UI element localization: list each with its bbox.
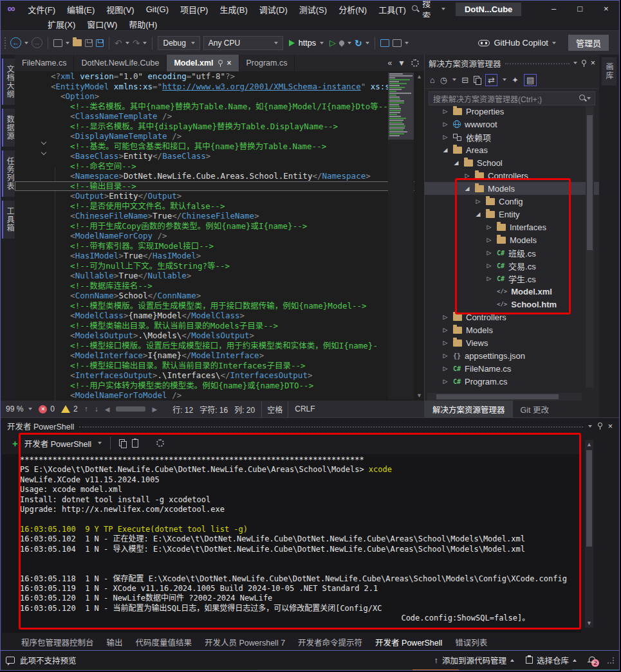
copy-icon[interactable] xyxy=(119,439,125,447)
collapsed-arrow-icon[interactable]: ▷ xyxy=(463,172,471,179)
close-button[interactable]: × xyxy=(593,1,619,17)
chevron-down-icon[interactable] xyxy=(125,42,129,44)
select-repository-button[interactable]: 选择仓库 xyxy=(526,654,577,666)
panel-menu-icon[interactable] xyxy=(588,425,592,428)
code-line[interactable]: <BaseClass>Entity</BaseClass> xyxy=(15,151,424,161)
menu-item[interactable]: 分析(N) xyxy=(333,3,373,15)
code-line[interactable]: <Output>Entity</Output> xyxy=(15,191,424,201)
collapsed-arrow-icon[interactable]: ▷ xyxy=(485,250,493,256)
resize-grip[interactable] xyxy=(607,657,614,664)
platform-dropdown[interactable]: Any CPU xyxy=(203,36,283,50)
code-line[interactable]: <!--类名模板。其中{name}替换为Table.Name，如{name}Mo… xyxy=(15,102,424,112)
eol-indicator[interactable]: CRLF xyxy=(295,404,315,413)
editor-vertical-scrollbar[interactable]: ▲ ▼ xyxy=(414,71,424,401)
menu-item[interactable]: 窗口(W) xyxy=(81,18,123,30)
tree-item[interactable]: ▷Config xyxy=(425,195,599,208)
browser-link-icon[interactable] xyxy=(393,39,402,47)
tree-item[interactable]: ◢Entity xyxy=(425,208,599,221)
code-line[interactable]: <!--模型类模版。设置后生成模型类，用于接口数据传输，例如{name}Mode… xyxy=(15,301,424,311)
spaces-indicator[interactable]: 空格 xyxy=(261,401,288,417)
code-line[interactable]: <!--是否使用中文文件名。默认false--> xyxy=(15,201,424,212)
warning-count[interactable]: 2 xyxy=(61,404,78,413)
tree-vertical-scrollbar[interactable] xyxy=(586,106,594,388)
tree-item[interactable]: ▷{}appsettings.json xyxy=(425,349,599,362)
code-line[interactable]: <ModelsOutput>.\Models\</ModelsOutput> xyxy=(15,331,424,341)
collapsed-arrow-icon[interactable]: ▷ xyxy=(441,365,449,372)
navigate-back-icon[interactable]: ← xyxy=(10,37,21,48)
bottom-panel-tab[interactable]: 开发者 PowerShell xyxy=(370,636,447,648)
panel-menu-icon[interactable] xyxy=(573,62,577,64)
document-tab[interactable]: Model.xml× xyxy=(167,55,239,71)
menu-item[interactable]: 视图(V) xyxy=(100,3,140,15)
scroll-tabs-icon[interactable]: « xyxy=(387,59,392,68)
copy-path-icon[interactable] xyxy=(474,76,480,84)
tree-item[interactable]: ▷Views xyxy=(425,336,599,349)
github-copilot-button[interactable]: GitHub Copilot xyxy=(478,38,556,48)
tree-item[interactable]: ◢Models xyxy=(425,182,599,195)
close-icon[interactable]: × xyxy=(227,59,232,68)
terminal-output[interactable]: ****************************************… xyxy=(2,454,581,633)
code-editor[interactable]: <?xml version="1.0" encoding="utf-8"?><E… xyxy=(15,71,424,401)
zoom-dropdown[interactable]: 99 % xyxy=(6,404,32,413)
scroll-down-icon[interactable]: ▼ xyxy=(416,392,422,399)
close-icon[interactable]: × xyxy=(608,422,613,431)
menu-item[interactable]: 帮助(H) xyxy=(123,18,163,30)
code-line[interactable]: <?xml version="1.0" encoding="utf-8"?> xyxy=(15,71,424,82)
code-line[interactable]: <!--显示名模板。其中{displayName}替换为Table.Displa… xyxy=(15,122,424,132)
bottom-panel-tab[interactable]: 开发人员 Powershell 7 xyxy=(199,636,290,648)
tree-item[interactable]: ▷Controllers xyxy=(425,311,599,323)
menu-item[interactable]: 编辑(E) xyxy=(61,3,100,15)
menu-item[interactable]: 工具(T) xyxy=(373,3,412,15)
code-line[interactable]: <ModelNameForToModel /> xyxy=(15,390,424,401)
paste-icon[interactable] xyxy=(132,439,138,448)
code-line[interactable]: <!--可为null上下文。生成String?等--> xyxy=(15,261,424,271)
code-line[interactable]: <HasIModel>True</HasIModel> xyxy=(15,251,424,261)
tree-item[interactable]: ▷Interfaces xyxy=(425,221,599,233)
code-line[interactable]: <ModelNameForCopy /> xyxy=(15,231,424,241)
chevron-down-icon[interactable] xyxy=(348,42,351,44)
open-folder-icon[interactable] xyxy=(73,39,82,46)
terminal-vertical-scrollbar[interactable]: ▲ ▼ xyxy=(585,440,593,628)
tree-item[interactable]: </>School.htm xyxy=(425,298,599,311)
scrollbar-thumb[interactable] xyxy=(436,394,559,399)
menu-item[interactable]: 生成(B) xyxy=(214,3,253,15)
scroll-down-icon[interactable]: ▼ xyxy=(586,620,592,626)
show-all-files-icon[interactable]: ▤ xyxy=(524,74,537,86)
code-line[interactable]: <InterfacesOutput>.\Interfaces\</Interfa… xyxy=(15,370,424,381)
code-line[interactable]: <!--输出目录--> xyxy=(15,181,424,192)
chevron-down-icon[interactable] xyxy=(98,442,102,444)
bottom-panel-tab[interactable]: 错误列表 xyxy=(450,636,492,648)
code-line[interactable]: <!--模型接口输出目录。默认当前目录的Interfaces子目录--> xyxy=(15,361,424,371)
tree-item[interactable]: ▷C#FileName.cs xyxy=(425,362,599,375)
collapsed-arrow-icon[interactable]: ▷ xyxy=(474,198,482,204)
chevron-down-icon[interactable] xyxy=(143,42,147,44)
code-line[interactable]: <!--基类。可能包含基类和接口，其中{name}替换为Table.Name--… xyxy=(15,141,424,152)
tree-item[interactable]: ▷C#班级.cs xyxy=(425,246,599,259)
code-line[interactable]: <!--数据库连接名--> xyxy=(15,281,424,291)
save-icon[interactable] xyxy=(85,39,93,47)
scrollbar-thumb[interactable] xyxy=(586,450,592,547)
collapsed-arrow-icon[interactable]: ▷ xyxy=(441,314,449,320)
menu-item[interactable]: 测试(S) xyxy=(293,3,333,15)
collapsed-arrow-icon[interactable]: ▷ xyxy=(441,327,449,333)
notifications-bell-icon[interactable]: 2 xyxy=(588,657,596,664)
restart-icon[interactable]: ↻ xyxy=(355,38,362,48)
document-tab[interactable]: DotNet.NewLife.Cube xyxy=(74,55,167,71)
gallery-tool-tab[interactable]: 画库 xyxy=(602,57,616,86)
tree-item[interactable]: ▷Properties xyxy=(425,105,599,118)
tree-item[interactable]: ▷Models xyxy=(425,233,599,246)
minimap[interactable] xyxy=(388,73,414,399)
expanded-arrow-icon[interactable]: ◢ xyxy=(474,211,482,217)
switch-views-icon[interactable]: ⌂ xyxy=(430,75,435,85)
tree-item[interactable]: ▷C#学生.cs xyxy=(425,272,599,285)
undo-icon[interactable]: ↶ xyxy=(115,38,122,48)
tree-item[interactable]: ▷Controllers xyxy=(425,169,599,182)
code-line[interactable]: <DisplayNameTemplate /> xyxy=(15,131,424,141)
collapsed-arrow-icon[interactable]: ▷ xyxy=(441,340,449,346)
menu-item[interactable]: 项目(P) xyxy=(174,3,214,15)
sync-with-active-document-icon[interactable]: ⇄ xyxy=(485,74,497,86)
code-line[interactable]: <ModelClass>{name}Model</ModelClass> xyxy=(15,311,424,321)
toolbar-grip[interactable] xyxy=(5,37,7,49)
editor-horizontal-scrollbar[interactable] xyxy=(116,406,145,412)
code-line[interactable]: <ChineseFileName>True</ChineseFileName> xyxy=(15,211,424,221)
